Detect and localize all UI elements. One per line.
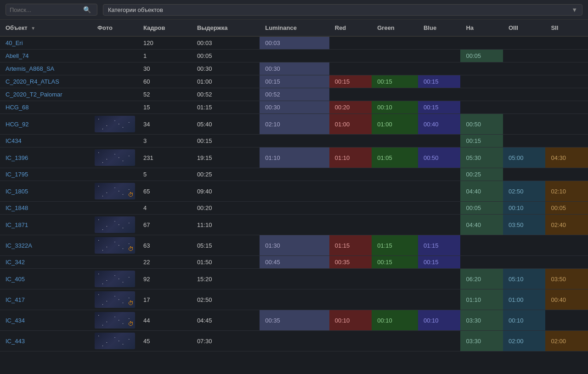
- cell-red: [329, 168, 372, 181]
- table-row: IC_1805⏱6509:4004:4002:5002:10: [0, 181, 588, 202]
- cell-red: [329, 36, 372, 50]
- cell-blue: [418, 62, 460, 75]
- cell-red: [329, 135, 372, 147]
- cell-object-name[interactable]: IC_417: [0, 289, 92, 310]
- cell-exposure: 04:45: [192, 310, 260, 331]
- cell-photo: [92, 114, 138, 135]
- cell-frames: 63: [138, 235, 192, 256]
- cell-object-name[interactable]: IC_342: [0, 256, 92, 269]
- cell-sii: [545, 310, 588, 331]
- cell-photo: [92, 147, 138, 168]
- cell-green: [372, 181, 418, 202]
- cell-exposure: 01:00: [192, 75, 260, 88]
- cell-red: [329, 181, 372, 202]
- cell-ha: 00:05: [460, 202, 503, 215]
- cell-object-name[interactable]: C_2020_R4_ATLAS: [0, 75, 92, 88]
- cell-object-name[interactable]: IC_434: [0, 310, 92, 331]
- cell-object-name[interactable]: C_2020_T2_Palomar: [0, 88, 92, 101]
- cell-red: 01:10: [329, 147, 372, 168]
- cell-luminance: 02:10: [260, 114, 329, 135]
- table-row: C_2020_T2_Palomar5200:5200:52: [0, 88, 588, 101]
- cell-luminance: 00:45: [260, 256, 329, 269]
- cell-object-name[interactable]: IC_405: [0, 269, 92, 289]
- cell-exposure: 05:15: [192, 235, 260, 256]
- cell-object-name[interactable]: IC_1805: [0, 181, 92, 202]
- cell-object-name[interactable]: IC_1396: [0, 147, 92, 168]
- cell-sii: [545, 135, 588, 147]
- cell-object-name[interactable]: 40_Eri: [0, 36, 92, 50]
- cell-object-name[interactable]: IC_1871: [0, 215, 92, 235]
- col-header-sii: SII: [545, 20, 588, 36]
- cell-oiii: 05:00: [503, 147, 545, 168]
- cell-frames: 17: [138, 289, 192, 310]
- cell-oiii: [503, 135, 545, 147]
- cell-green: 01:00: [372, 114, 418, 135]
- cell-luminance: 00:30: [260, 101, 329, 114]
- cell-blue: [418, 50, 460, 62]
- cell-frames: 65: [138, 181, 192, 202]
- cell-exposure: 01:50: [192, 256, 260, 269]
- cell-object-name[interactable]: IC_443: [0, 331, 92, 351]
- category-dropdown[interactable]: Категории объектов ▼: [103, 4, 582, 16]
- cell-object-name[interactable]: IC_1848: [0, 202, 92, 215]
- cell-photo: ⏱: [92, 310, 138, 331]
- table-row: IC_1795500:2500:25: [0, 168, 588, 181]
- table-row: Artemis_A868_SA3000:3000:30: [0, 62, 588, 75]
- cell-green: 00:10: [372, 310, 418, 331]
- cell-oiii: 01:00: [503, 289, 545, 310]
- cell-frames: 92: [138, 269, 192, 289]
- cell-blue: [418, 202, 460, 215]
- cell-exposure: 00:25: [192, 168, 260, 181]
- search-box[interactable]: 🔍: [6, 4, 97, 16]
- cell-object-name[interactable]: HCG_68: [0, 101, 92, 114]
- col-header-object[interactable]: Объект ▼: [0, 20, 92, 36]
- cell-sii: [545, 75, 588, 88]
- cell-photo: [92, 168, 138, 181]
- cell-photo: [92, 135, 138, 147]
- cell-oiii: 02:50: [503, 181, 545, 202]
- cell-exposure: 00:52: [192, 88, 260, 101]
- cell-object-name[interactable]: Artemis_A868_SA: [0, 62, 92, 75]
- cell-object-name[interactable]: IC434: [0, 135, 92, 147]
- cell-luminance: 00:03: [260, 36, 329, 50]
- col-header-blue: Blue: [418, 20, 460, 36]
- cell-photo: [92, 269, 138, 289]
- cell-green: [372, 331, 418, 351]
- col-header-green: Green: [372, 20, 418, 36]
- cell-frames: 231: [138, 147, 192, 168]
- cell-object-name[interactable]: IC_1795: [0, 168, 92, 181]
- cell-sii: 02:00: [545, 331, 588, 351]
- cell-frames: 120: [138, 36, 192, 50]
- cell-ha: 03:30: [460, 331, 503, 351]
- cell-luminance: 00:30: [260, 62, 329, 75]
- cell-frames: 4: [138, 202, 192, 215]
- cell-luminance: [260, 215, 329, 235]
- cell-red: [329, 331, 372, 351]
- cell-object-name[interactable]: IC_3322A: [0, 235, 92, 256]
- data-table: Объект ▼ Фото Кадров Выдержка Luminance …: [0, 20, 588, 351]
- search-input[interactable]: [10, 6, 83, 13]
- cell-photo: [92, 36, 138, 50]
- cell-blue: [418, 289, 460, 310]
- col-header-ha: Ha: [460, 20, 503, 36]
- cell-object-name[interactable]: HCG_92: [0, 114, 92, 135]
- cell-sii: 00:40: [545, 289, 588, 310]
- cell-luminance: [260, 181, 329, 202]
- cell-object-name[interactable]: Abell_74: [0, 50, 92, 62]
- cell-exposure: 05:40: [192, 114, 260, 135]
- table-header-row: Объект ▼ Фото Кадров Выдержка Luminance …: [0, 20, 588, 36]
- cell-oiii: [503, 36, 545, 50]
- table-row: IC_3322A⏱6305:1501:3001:1501:1501:15: [0, 235, 588, 256]
- cell-sii: [545, 62, 588, 75]
- cell-ha: [460, 235, 503, 256]
- cell-blue: 00:10: [418, 310, 460, 331]
- cell-green: [372, 215, 418, 235]
- cell-blue: [418, 168, 460, 181]
- clock-icon: ⏱: [128, 300, 134, 306]
- cell-oiii: 03:50: [503, 215, 545, 235]
- cell-exposure: 00:30: [192, 62, 260, 75]
- cell-oiii: [503, 256, 545, 269]
- cell-red: [329, 215, 372, 235]
- cell-blue: [418, 88, 460, 101]
- cell-blue: [418, 269, 460, 289]
